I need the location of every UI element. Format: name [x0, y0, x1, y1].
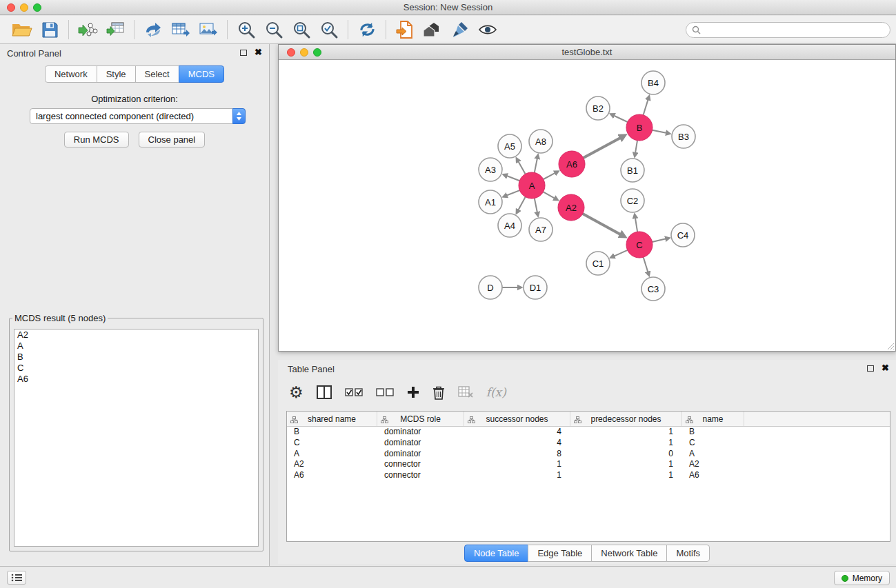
table-row[interactable]: Bdominator41B: [287, 427, 890, 438]
network-zoom-button[interactable]: [313, 48, 321, 57]
graph-node-A3[interactable]: A3: [479, 158, 502, 181]
network-canvas[interactable]: B4B2BB3A5A8A6B1A3AC2A1A2A4A7C4CC1C3DD1: [279, 60, 895, 351]
graph-node-C[interactable]: C: [626, 232, 653, 258]
mcds-result-item[interactable]: B: [14, 352, 258, 363]
graph-node-A1[interactable]: A1: [479, 190, 502, 214]
edge-A6-B[interactable]: [584, 138, 620, 158]
save-session-button[interactable]: [36, 18, 63, 41]
graph-node-A6[interactable]: A6: [559, 151, 585, 177]
graph-node-C2[interactable]: C2: [621, 189, 644, 212]
column-header-predecessor-nodes[interactable]: predecessor nodes: [570, 412, 682, 426]
table-row[interactable]: A2connector11A2: [287, 459, 890, 470]
edge-B-B3[interactable]: [653, 130, 666, 133]
show-all-networks-button[interactable]: [419, 18, 446, 41]
resize-grip-icon[interactable]: [886, 342, 895, 350]
open-session-button[interactable]: [8, 18, 36, 41]
graph-node-B2[interactable]: B2: [586, 97, 610, 120]
tab-select[interactable]: Select: [135, 65, 179, 83]
zoom-button[interactable]: [33, 3, 41, 12]
edge-B-B1[interactable]: [635, 141, 637, 153]
edge-B-B4[interactable]: [644, 100, 648, 115]
graph-node-C3[interactable]: C3: [641, 277, 665, 301]
edge-C-C1[interactable]: [615, 250, 628, 256]
export-network-button[interactable]: [139, 18, 167, 41]
edge-C-C4[interactable]: [653, 239, 666, 242]
tab-mcds[interactable]: MCDS: [179, 65, 224, 83]
export-table-button[interactable]: [167, 18, 195, 41]
mcds-result-item[interactable]: A2: [14, 330, 258, 341]
tab-style[interactable]: Style: [97, 65, 136, 83]
close-button[interactable]: [7, 3, 15, 12]
column-header-shared-name[interactable]: shared name: [287, 412, 377, 426]
column-header-successor-nodes[interactable]: successor nodes: [464, 412, 570, 426]
tab-edge-table[interactable]: Edge Table: [528, 545, 592, 562]
toolbar-search[interactable]: [686, 22, 890, 38]
graph-node-A[interactable]: A: [519, 172, 545, 199]
table-row[interactable]: A6connector11A6: [287, 470, 890, 481]
table-row[interactable]: Cdominator41C: [287, 438, 890, 449]
graphics-details-button[interactable]: [446, 18, 474, 41]
show-hide-details-button[interactable]: [474, 18, 501, 41]
zoom-out-button[interactable]: [260, 18, 288, 41]
float-panel-icon[interactable]: [240, 50, 247, 56]
delete-rows-trash-icon[interactable]: [432, 385, 445, 400]
minimize-button[interactable]: [20, 3, 28, 12]
open-document-button[interactable]: [391, 18, 419, 41]
close-panel-button[interactable]: Close panel: [139, 132, 206, 148]
edge-A-A4[interactable]: [519, 197, 526, 210]
close-panel-icon[interactable]: ✖: [255, 48, 262, 57]
memory-button[interactable]: Memory: [834, 571, 890, 585]
refresh-view-button[interactable]: [353, 18, 381, 41]
edge-A-A2[interactable]: [544, 192, 555, 198]
export-image-button[interactable]: [195, 18, 222, 41]
add-row-icon[interactable]: [407, 386, 419, 398]
tab-node-table[interactable]: Node Table: [464, 545, 529, 562]
edge-A-A6[interactable]: [544, 173, 555, 179]
edge-A-A1[interactable]: [507, 190, 519, 195]
column-visibility-icon[interactable]: [317, 385, 332, 399]
edge-A2-C[interactable]: [583, 214, 620, 234]
mcds-result-item[interactable]: A: [14, 341, 258, 352]
select-all-rows-icon[interactable]: [345, 387, 363, 397]
zoom-in-button[interactable]: [232, 18, 260, 41]
network-view[interactable]: B4B2BB3A5A8A6B1A3AC2A1A2A4A7C4CC1C3DD1: [279, 60, 895, 351]
edge-A-A8[interactable]: [535, 159, 537, 173]
graph-node-D[interactable]: D: [479, 276, 502, 299]
mcds-result-item[interactable]: A6: [14, 374, 258, 385]
edge-B-B2[interactable]: [615, 116, 628, 122]
network-minimize-button[interactable]: [300, 48, 308, 57]
run-mcds-button[interactable]: Run MCDS: [64, 132, 129, 148]
edge-C-C2[interactable]: [635, 219, 637, 232]
graph-node-D1[interactable]: D1: [524, 276, 547, 299]
network-close-button[interactable]: [287, 48, 295, 57]
edge-A-A3[interactable]: [507, 176, 519, 181]
table-settings-gear-icon[interactable]: ⚙: [289, 385, 303, 401]
function-builder-icon[interactable]: f(x): [486, 385, 506, 399]
graph-node-B3[interactable]: B3: [672, 125, 695, 148]
graph-node-A4[interactable]: A4: [498, 214, 521, 237]
import-network-button[interactable]: [74, 18, 101, 41]
graph-node-A5[interactable]: A5: [498, 134, 521, 158]
table-row[interactable]: Adominator80A: [287, 449, 890, 460]
graph-node-A8[interactable]: A8: [529, 130, 552, 153]
column-header-name[interactable]: name: [682, 412, 744, 426]
mcds-result-item[interactable]: C: [14, 363, 258, 374]
edge-A-A7[interactable]: [535, 199, 537, 212]
deselect-all-rows-icon[interactable]: [376, 387, 394, 397]
graph-node-B[interactable]: B: [626, 114, 653, 141]
tab-network-table[interactable]: Network Table: [591, 545, 667, 562]
graph-node-B4[interactable]: B4: [641, 71, 665, 94]
task-history-button[interactable]: [7, 571, 26, 585]
criterion-dropdown[interactable]: largest connected component (directed): [30, 108, 246, 124]
float-table-panel-icon[interactable]: [867, 365, 874, 372]
tab-network[interactable]: Network: [45, 65, 97, 83]
graph-node-C4[interactable]: C4: [671, 223, 695, 247]
column-header-MCDS-role[interactable]: MCDS role: [377, 412, 464, 426]
tab-motifs[interactable]: Motifs: [666, 545, 710, 562]
graph-node-A2[interactable]: A2: [558, 194, 584, 221]
zoom-selected-button[interactable]: [315, 18, 343, 41]
close-table-panel-icon[interactable]: ✖: [882, 364, 889, 372]
edge-C-C3[interactable]: [644, 257, 648, 272]
graph-node-C1[interactable]: C1: [586, 252, 610, 275]
graph-node-B1[interactable]: B1: [621, 159, 644, 182]
